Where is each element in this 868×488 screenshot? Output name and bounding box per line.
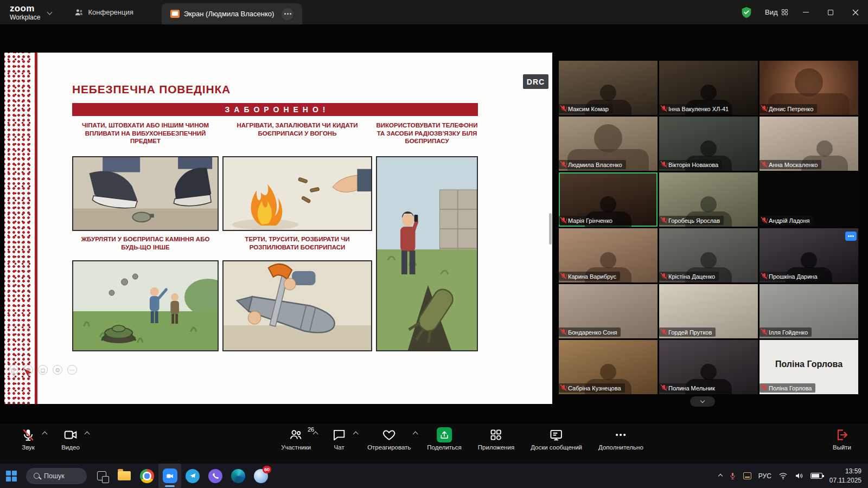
minimize-button[interactable] bbox=[793, 0, 818, 24]
participant-tile[interactable]: Карина Варибрус bbox=[559, 228, 658, 282]
muted-mic-icon bbox=[560, 161, 566, 168]
participant-tile[interactable]: Гордей Прутков bbox=[659, 284, 758, 338]
participant-nameplate: Людмила Власенко bbox=[559, 160, 626, 169]
chevron-up-icon[interactable] bbox=[353, 432, 359, 437]
toolbar-label: Дополнительно bbox=[598, 444, 643, 451]
viber-button[interactable] bbox=[204, 464, 227, 488]
apps-button[interactable]: Приложения bbox=[478, 427, 514, 451]
participant-name: Карина Варибрус bbox=[568, 273, 616, 280]
participant-name: Вікторія Новакова bbox=[668, 162, 718, 168]
participant-tile[interactable]: Горобець Ярослав bbox=[659, 172, 758, 227]
muted-mic-icon bbox=[661, 273, 667, 280]
notification-badge: 60 bbox=[263, 466, 271, 473]
participant-tile[interactable]: Денис Петренко bbox=[760, 61, 858, 115]
view-button[interactable]: Вид bbox=[760, 0, 793, 24]
battery-icon[interactable] bbox=[810, 473, 822, 479]
muted-mic-icon bbox=[560, 105, 566, 112]
tray-mic-icon[interactable] bbox=[729, 472, 736, 480]
edge-button[interactable] bbox=[227, 464, 250, 488]
close-icon bbox=[852, 9, 859, 16]
participant-tile[interactable]: Бондаренко Соня bbox=[559, 284, 658, 338]
muted-mic-icon bbox=[761, 161, 767, 168]
tray-expand-icon[interactable] bbox=[718, 473, 723, 478]
participant-name: Полина Мельник bbox=[668, 385, 715, 391]
security-shield-icon bbox=[741, 7, 752, 18]
close-button[interactable] bbox=[843, 0, 868, 24]
tab-conference[interactable]: Конференция bbox=[66, 0, 142, 24]
minimize-icon bbox=[803, 12, 809, 12]
tile-more-button[interactable] bbox=[845, 232, 857, 241]
participant-nameplate: Полина Мельник bbox=[659, 383, 719, 393]
tab-more-button[interactable] bbox=[282, 8, 293, 20]
start-button[interactable] bbox=[0, 464, 23, 488]
participant-name: Гордей Прутков bbox=[668, 329, 712, 336]
participant-nameplate: Денис Петренко bbox=[760, 104, 817, 113]
participant-tile[interactable]: Максим Комар bbox=[559, 61, 658, 115]
muted-mic-icon bbox=[560, 384, 566, 391]
annotation-zoom-icon[interactable]: ⊙ bbox=[53, 365, 62, 375]
participant-nameplate: Ілля Гойденко bbox=[760, 328, 812, 337]
participant-tile[interactable]: Анна Москаленко bbox=[760, 117, 858, 171]
muted-mic-icon bbox=[661, 105, 667, 112]
participant-nameplate: Прошкіна Дарина bbox=[760, 272, 821, 281]
telegram-button[interactable] bbox=[181, 464, 204, 488]
participant-tile[interactable]: Людмила Власенко bbox=[559, 117, 658, 171]
titlebar-right-controls: Вид bbox=[741, 0, 868, 24]
maximize-button[interactable] bbox=[818, 0, 843, 24]
language-indicator[interactable]: РУС bbox=[758, 472, 771, 480]
muted-mic-icon bbox=[661, 217, 667, 224]
chat-button[interactable]: Чат bbox=[327, 427, 351, 451]
react-button[interactable]: Отреагировать bbox=[367, 427, 411, 451]
video-button[interactable]: Видео bbox=[59, 427, 82, 451]
file-explorer-button[interactable] bbox=[113, 464, 136, 488]
wifi-icon[interactable] bbox=[778, 472, 788, 480]
volume-icon[interactable] bbox=[795, 472, 803, 480]
participant-nameplate: Гордей Прутков bbox=[659, 328, 716, 337]
boards-button[interactable]: Доски сообщений bbox=[531, 427, 582, 451]
messenger-app-button[interactable]: 60 bbox=[250, 464, 272, 488]
participant-tile[interactable]: Сабріна Кузнецова bbox=[559, 340, 658, 394]
chevron-up-icon[interactable] bbox=[413, 432, 418, 437]
zoom-app-button[interactable] bbox=[158, 464, 181, 488]
participants-button[interactable]: 26 Участники bbox=[281, 427, 311, 451]
chrome-button[interactable] bbox=[136, 464, 158, 488]
screen-share-icon bbox=[170, 10, 180, 18]
scroll-participants-down-button[interactable] bbox=[690, 396, 715, 407]
search-icon bbox=[34, 473, 40, 479]
audio-button[interactable]: Звук bbox=[16, 427, 40, 451]
tab-screen-share[interactable]: Экран (Людмила Власенко) bbox=[162, 3, 303, 24]
annotation-more-icon[interactable]: ⋯ bbox=[67, 365, 77, 375]
more-button[interactable]: Дополнительно bbox=[598, 427, 643, 451]
workplace-logo-text: Workplace bbox=[10, 14, 40, 21]
participant-tile[interactable]: Вікторія Новакова bbox=[659, 117, 758, 171]
tray-app-icon[interactable] bbox=[743, 472, 751, 479]
participant-tile-camera-off[interactable]: Поліна Горлова Поліна Горлова bbox=[760, 340, 858, 394]
participant-tile[interactable]: Прошкіна Дарина bbox=[760, 228, 858, 282]
annotation-shape-icon[interactable]: ◻ bbox=[38, 365, 48, 375]
participants-grid: Максим Комар Інна Вакуленко ХЛ-41 Денис … bbox=[559, 61, 858, 394]
chevron-up-icon[interactable] bbox=[85, 432, 90, 437]
participant-nameplate: Марія Грінченко bbox=[559, 216, 616, 225]
telegram-icon bbox=[186, 469, 200, 483]
annotation-play-icon[interactable]: ▷ bbox=[9, 365, 18, 375]
whiteboard-icon bbox=[549, 427, 564, 442]
participant-tile[interactable]: Ілля Гойденко bbox=[760, 284, 858, 338]
task-view-button[interactable] bbox=[90, 464, 113, 488]
chevron-up-icon[interactable] bbox=[42, 432, 48, 437]
participant-tile[interactable]: Полина Мельник bbox=[659, 340, 758, 394]
participant-tile[interactable]: Крістіна Даценко bbox=[659, 228, 758, 282]
leave-meeting-button[interactable]: Выйти bbox=[830, 427, 854, 451]
system-tray: РУС 13:59 07.11.2025 bbox=[719, 467, 868, 484]
scrollbar-thumb[interactable] bbox=[549, 213, 552, 245]
taskbar-search[interactable]: Пошук bbox=[26, 468, 87, 484]
taskbar-clock[interactable]: 13:59 07.11.2025 bbox=[829, 467, 861, 484]
participant-tile[interactable]: Інна Вакуленко ХЛ-41 bbox=[659, 61, 758, 115]
shared-screen-content: DRC НЕБЕЗПЕЧНА ПОВЕДІНКА ЗАБОРОНЕНО! ЧІП… bbox=[4, 53, 552, 404]
chevron-down-icon[interactable] bbox=[47, 10, 53, 15]
toolbar-label: Звук bbox=[22, 444, 35, 451]
participant-name: Бондаренко Соня bbox=[568, 329, 617, 336]
clock-time: 13:59 bbox=[829, 467, 861, 476]
participant-tile[interactable]: Андрій Ладоня bbox=[760, 172, 858, 227]
participant-tile-active-speaker[interactable]: Марія Грінченко bbox=[559, 172, 658, 227]
share-screen-button[interactable]: Поделиться bbox=[427, 427, 462, 451]
